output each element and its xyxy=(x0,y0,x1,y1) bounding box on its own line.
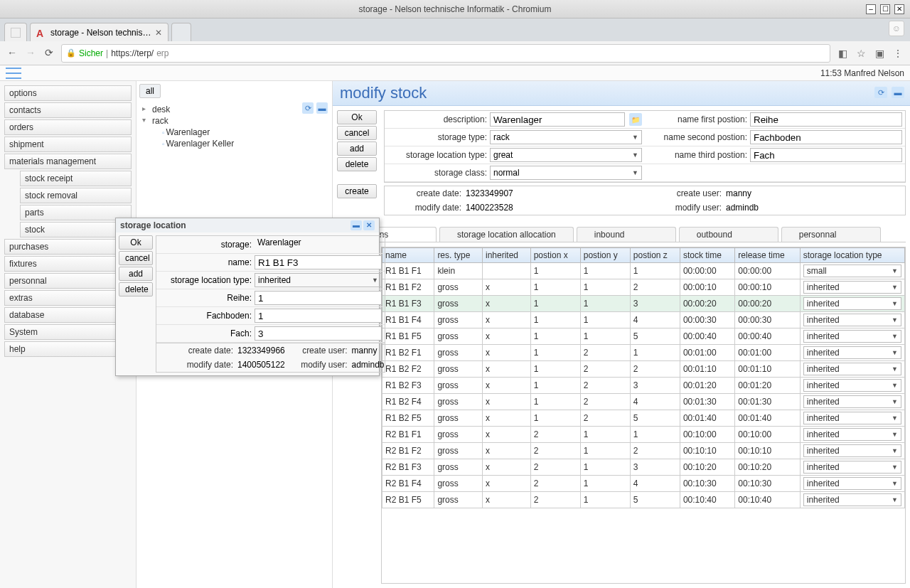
slt-select[interactable]: inherited xyxy=(803,493,901,506)
sidebar-item-purchases[interactable]: purchases xyxy=(4,239,132,255)
slt-select[interactable]: inherited xyxy=(803,428,901,441)
table-row[interactable]: R1 B1 F4grossx11400:00:3000:00:30inherit… xyxy=(382,312,905,328)
column-storage-location-type[interactable]: storage location type xyxy=(800,248,904,263)
sidebar-item-personnal[interactable]: personnal xyxy=(4,273,132,289)
hamburger-menu[interactable] xyxy=(6,68,21,79)
extension-icon[interactable]: ◧ xyxy=(836,48,849,59)
table-row[interactable]: R1 B2 F3grossx12300:01:2000:01:20inherit… xyxy=(382,378,905,394)
text-input[interactable] xyxy=(255,326,382,341)
delete-button[interactable]: delete xyxy=(337,157,377,171)
table-row[interactable]: R2 B1 F3grossx21300:10:2000:10:20inherit… xyxy=(382,459,905,476)
tree-node-rack[interactable]: ▾rack xyxy=(142,115,326,127)
bookmark-star-icon[interactable]: ☆ xyxy=(855,48,867,59)
column-stock-time[interactable]: stock time xyxy=(680,248,734,263)
select-input[interactable]: rack xyxy=(490,130,642,144)
reload-button[interactable]: ⟳ xyxy=(43,47,55,60)
text-input[interactable] xyxy=(490,112,625,127)
column-inherited[interactable]: inherited xyxy=(483,248,531,263)
text-input[interactable] xyxy=(750,148,902,162)
sidebar-item-database[interactable]: database xyxy=(4,307,132,323)
slt-select[interactable]: inherited xyxy=(803,461,901,474)
table-row[interactable]: R2 B1 F4grossx21400:10:3000:10:30inherit… xyxy=(382,476,905,492)
sidebar-subitem-stock-receipt[interactable]: stock receipt xyxy=(20,171,132,186)
table-row[interactable]: R2 B1 F2grossx21200:10:1000:10:10inherit… xyxy=(382,443,905,459)
back-button[interactable]: ← xyxy=(6,47,18,60)
forward-button[interactable]: → xyxy=(24,47,37,60)
browser-tab-storage[interactable]: A storage - Nelson technis… ✕ xyxy=(30,23,168,41)
select-input[interactable]: great xyxy=(490,148,642,162)
table-row[interactable]: R1 B2 F5grossx12500:01:4000:01:40inherit… xyxy=(382,410,905,427)
column-postion-z[interactable]: postion z xyxy=(630,248,680,263)
sidebar-item-help[interactable]: help xyxy=(4,341,132,357)
sidebar-item-contacts[interactable]: contacts xyxy=(4,102,132,118)
storage-locations-grid[interactable]: ⟳ ▬ nameres. typeinheritedpostion xposti… xyxy=(381,247,906,584)
sidebar-item-shipment[interactable]: shipment xyxy=(4,137,132,152)
text-input[interactable] xyxy=(255,309,382,323)
sidebar-item-materials-management[interactable]: materials management xyxy=(4,154,132,169)
table-row[interactable]: R1 B1 F1klein11100:00:0000:00:00small xyxy=(382,263,905,279)
cancel-button[interactable]: cancel xyxy=(337,126,377,140)
column-postion-x[interactable]: postion x xyxy=(530,248,580,263)
dialog-add-button[interactable]: add xyxy=(119,267,153,281)
dialog-close-icon[interactable]: ✕ xyxy=(363,220,375,230)
table-row[interactable]: R2 B1 F1grossx21100:10:0000:10:00inherit… xyxy=(382,427,905,443)
table-row[interactable]: R2 B1 F5grossx21500:10:4000:10:40inherit… xyxy=(382,492,905,508)
profile-avatar[interactable]: ☺ xyxy=(889,21,904,36)
tab-inbound[interactable]: inbound xyxy=(577,227,676,242)
slt-select[interactable]: inherited xyxy=(803,379,901,392)
slt-select[interactable]: inherited xyxy=(803,477,901,490)
text-input[interactable] xyxy=(750,130,902,144)
menu-icon[interactable]: ⋮ xyxy=(892,48,904,59)
sidebar-item-System[interactable]: System xyxy=(4,324,132,340)
tab-outbound[interactable]: outbound xyxy=(679,227,778,242)
tree-node-desk[interactable]: ▸desk xyxy=(142,104,326,115)
text-input[interactable] xyxy=(750,112,902,127)
sidebar-item-orders[interactable]: orders xyxy=(4,119,132,135)
slt-select[interactable]: inherited xyxy=(803,281,901,294)
Ok-button[interactable]: Ok xyxy=(337,110,377,124)
sidebar-item-extras[interactable]: extras xyxy=(4,290,132,306)
tab-personnal[interactable]: personnal xyxy=(781,227,881,242)
column-name[interactable]: name xyxy=(382,248,434,263)
slt-select[interactable]: inherited xyxy=(803,346,901,359)
sidebar-subitem-stock-removal[interactable]: stock removal xyxy=(20,188,132,203)
tab-storage-location-allocation[interactable]: storage location allocation xyxy=(439,227,574,242)
create-button[interactable]: create xyxy=(337,184,377,198)
table-row[interactable]: R1 B2 F4grossx12400:01:3000:01:30inherit… xyxy=(382,394,905,410)
text-input[interactable] xyxy=(255,255,382,269)
sidebar-item-fixtures[interactable]: fixtures xyxy=(4,256,132,272)
column-res-type[interactable]: res. type xyxy=(434,248,483,263)
slt-select[interactable]: inherited xyxy=(803,363,901,375)
slt-select[interactable]: inherited xyxy=(803,314,901,326)
slt-select[interactable]: inherited xyxy=(803,395,901,408)
slt-select[interactable]: inherited xyxy=(803,330,901,343)
filter-all-button[interactable]: all xyxy=(139,84,161,98)
browser-tab-blank[interactable] xyxy=(4,23,27,41)
column-postion-y[interactable]: postion y xyxy=(580,248,630,263)
tree-node-Warenlager[interactable]: ▫Warenlager xyxy=(142,127,326,138)
panel-refresh-icon[interactable]: ⟳ xyxy=(874,87,887,98)
slt-select[interactable]: inherited xyxy=(803,412,901,424)
dialog-cancel-button[interactable]: cancel xyxy=(119,251,153,265)
column-release-time[interactable]: release time xyxy=(735,248,800,263)
slt-select[interactable]: inherited xyxy=(803,444,901,457)
add-button[interactable]: add xyxy=(337,141,377,156)
table-row[interactable]: R1 B2 F1grossx12100:01:0000:01:00inherit… xyxy=(382,345,905,361)
select-input[interactable]: normal xyxy=(490,166,642,180)
close-window-button[interactable]: ✕ xyxy=(894,4,904,14)
sidebar-item-options[interactable]: options xyxy=(4,85,132,101)
dialog-Ok-button[interactable]: Ok xyxy=(119,235,153,250)
select-input[interactable]: inherited xyxy=(255,273,382,287)
folder-icon[interactable]: 📁 xyxy=(629,113,642,126)
new-tab-button[interactable] xyxy=(171,23,191,41)
maximize-button[interactable]: ☐ xyxy=(880,4,890,14)
close-tab-icon[interactable]: ✕ xyxy=(155,28,162,38)
address-bar[interactable]: 🔒 Sicher | https://terp/erp xyxy=(61,44,830,63)
table-row[interactable]: R1 B1 F2grossx11200:00:1000:00:10inherit… xyxy=(382,279,905,296)
panel-collapse-icon[interactable]: ▬ xyxy=(892,87,904,98)
table-row[interactable]: R1 B1 F3grossx11300:00:2000:00:20inherit… xyxy=(382,296,905,312)
tree-node-Warenlager-Keller[interactable]: ▫Warenlager Keller xyxy=(142,138,326,149)
minimize-button[interactable]: – xyxy=(866,4,876,14)
slt-select[interactable]: inherited xyxy=(803,297,901,310)
table-row[interactable]: R1 B2 F2grossx12200:01:1000:01:10inherit… xyxy=(382,361,905,378)
